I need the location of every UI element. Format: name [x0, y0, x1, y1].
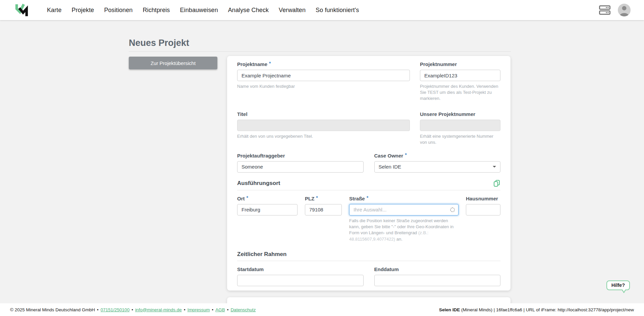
- page-title: Neues Projekt: [129, 38, 189, 48]
- copy-address-icon[interactable]: [493, 180, 500, 187]
- section-divider: [237, 261, 500, 261]
- nav-item-so-funktionierts[interactable]: So funktioniert's: [316, 7, 359, 14]
- projektname-label-text: Projektname: [237, 61, 267, 67]
- footer-separator: •: [227, 307, 229, 312]
- projektnummer-label: Projektnummer: [420, 61, 500, 67]
- footer-left: © 2025 Mineral Minds Deutschland GmbH • …: [10, 307, 256, 312]
- footer-link-datenschutz[interactable]: Datenschutz: [230, 307, 256, 312]
- strasse-label-text: Straße: [349, 196, 365, 201]
- nav-item-einbauweisen[interactable]: Einbauweisen: [180, 7, 218, 14]
- nav-item-karte[interactable]: Karte: [47, 7, 62, 14]
- ort-label: Ort *: [237, 196, 298, 202]
- enddatum-input[interactable]: [374, 275, 501, 286]
- case-owner-select[interactable]: Selen IDE: [374, 161, 501, 173]
- titel-label: Titel: [237, 111, 410, 117]
- projektname-helper: Name vom Kunden festlegbar: [237, 83, 410, 89]
- section-title-zeitlicher-rahmen: Zeitlicher Rahmen: [237, 251, 286, 258]
- mineral-minds-logo-icon[interactable]: [15, 3, 29, 17]
- strasse-label: Straße *: [349, 196, 459, 202]
- field-plz: PLZ *: [305, 196, 342, 242]
- field-startdatum: Startdatum: [237, 266, 364, 286]
- required-marker: *: [247, 195, 248, 200]
- required-marker: *: [316, 195, 318, 200]
- avatar-body-icon: [620, 13, 629, 16]
- title-divider: [129, 51, 511, 52]
- nav-item-analyse-check[interactable]: Analyse Check: [228, 7, 269, 14]
- field-unsere-projektnummer: Unsere Projektnummer Erhält eine systemg…: [420, 111, 500, 145]
- footer-session-details: (Mineral Minds) | 16fae1ffc6a6 | URL of …: [460, 307, 634, 312]
- avatar-head-icon: [622, 6, 627, 10]
- plz-label-text: PLZ: [305, 196, 314, 201]
- nav-item-richtpreis[interactable]: Richtpreis: [143, 7, 170, 14]
- ort-label-text: Ort: [237, 196, 245, 201]
- field-projektnummer: Projektnummer Projektnummer des Kunden. …: [420, 61, 500, 102]
- app-header: Karte Projekte Positionen Richtpreis Ein…: [0, 0, 644, 20]
- case-owner-label-text: Case Owner: [374, 153, 404, 159]
- field-ort: Ort *: [237, 196, 298, 242]
- server-icon[interactable]: [599, 5, 610, 15]
- header-actions: [599, 4, 631, 16]
- main-nav: Karte Projekte Positionen Richtpreis Ein…: [47, 7, 359, 14]
- strasse-input[interactable]: [349, 204, 459, 215]
- required-marker: *: [269, 61, 271, 66]
- field-titel: Titel Erhält den von uns vorgegebenen Ti…: [237, 111, 410, 145]
- footer-session-info: Selen IDE (Mineral Minds) | 16fae1ffc6a6…: [439, 307, 634, 312]
- loading-spinner-icon: [450, 207, 455, 212]
- unsere-projektnummer-input: [420, 120, 500, 131]
- projektauftraggeber-input[interactable]: [237, 161, 364, 173]
- field-projektname: Projektname * Name vom Kunden festlegbar: [237, 61, 410, 102]
- projektnummer-helper: Projektnummer des Kunden. Verwenden Sie …: [420, 83, 500, 102]
- unsere-projektnummer-label-text: Unsere Projektnummer: [420, 111, 475, 117]
- footer-separator: •: [212, 307, 213, 312]
- titel-label-text: Titel: [237, 111, 248, 117]
- case-owner-selected-value: Selen IDE: [379, 164, 401, 170]
- footer-link-impressum[interactable]: Impressum: [187, 307, 210, 312]
- startdatum-label: Startdatum: [237, 266, 364, 272]
- footer-copyright: © 2025 Mineral Minds Deutschland GmbH: [10, 307, 95, 312]
- strasse-helper-suffix: an.: [395, 237, 402, 242]
- nav-item-verwalten[interactable]: Verwalten: [279, 7, 306, 14]
- hausnummer-input[interactable]: [466, 204, 500, 215]
- projektname-label: Projektname *: [237, 61, 410, 67]
- strasse-helper-main: Falls die Position keiner Straße zugeord…: [349, 218, 453, 235]
- strasse-helper: Falls die Position keiner Straße zugeord…: [349, 218, 459, 242]
- back-to-overview-button[interactable]: Zur Projektübersicht: [129, 57, 217, 69]
- field-case-owner: Case Owner * Selen IDE: [374, 153, 501, 173]
- ort-input[interactable]: [237, 204, 298, 215]
- footer-link-agb[interactable]: AGB: [215, 307, 225, 312]
- field-projektauftraggeber: Projektauftraggeber: [237, 153, 364, 173]
- footer-session-user: Selen IDE: [439, 307, 460, 312]
- field-enddatum: Enddatum: [374, 266, 501, 286]
- plz-label: PLZ *: [305, 196, 342, 202]
- chevron-down-icon: [493, 166, 496, 168]
- hausnummer-label-text: Hausnummer: [466, 196, 498, 201]
- startdatum-input[interactable]: [237, 275, 364, 286]
- footer-link-email[interactable]: info@mineral-minds.de: [135, 307, 182, 312]
- section-title-ausfuehrungsort: Ausführungsort: [237, 180, 280, 187]
- startdatum-label-text: Startdatum: [237, 266, 264, 272]
- unsere-projektnummer-label: Unsere Projektnummer: [420, 111, 500, 117]
- projektauftraggeber-label: Projektauftraggeber: [237, 153, 364, 159]
- help-button[interactable]: Hilfe?: [606, 280, 630, 290]
- footer-separator: •: [184, 307, 185, 312]
- section-divider: [237, 190, 500, 190]
- user-avatar[interactable]: [618, 4, 631, 16]
- projektnummer-label-text: Projektnummer: [420, 61, 457, 67]
- enddatum-label: Enddatum: [374, 266, 501, 272]
- required-marker: *: [405, 152, 407, 157]
- footer-separator: •: [97, 307, 99, 312]
- projektname-input[interactable]: [237, 70, 410, 81]
- nav-item-positionen[interactable]: Positionen: [104, 7, 132, 14]
- projektauftraggeber-label-text: Projektauftraggeber: [237, 153, 285, 159]
- footer-separator: •: [131, 307, 133, 312]
- titel-helper: Erhält den von uns vorgegebenen Titel.: [237, 133, 410, 139]
- new-project-form-card: Projektname * Name vom Kunden festlegbar…: [227, 56, 511, 291]
- enddatum-label-text: Enddatum: [374, 266, 399, 272]
- field-hausnummer: Hausnummer: [466, 196, 500, 242]
- footer-link-phone[interactable]: 07151/250100: [101, 307, 129, 312]
- nav-item-projekte[interactable]: Projekte: [72, 7, 94, 14]
- required-marker: *: [367, 195, 368, 200]
- projektnummer-input[interactable]: [420, 70, 500, 81]
- plz-input[interactable]: [305, 204, 342, 215]
- titel-input: [237, 120, 410, 131]
